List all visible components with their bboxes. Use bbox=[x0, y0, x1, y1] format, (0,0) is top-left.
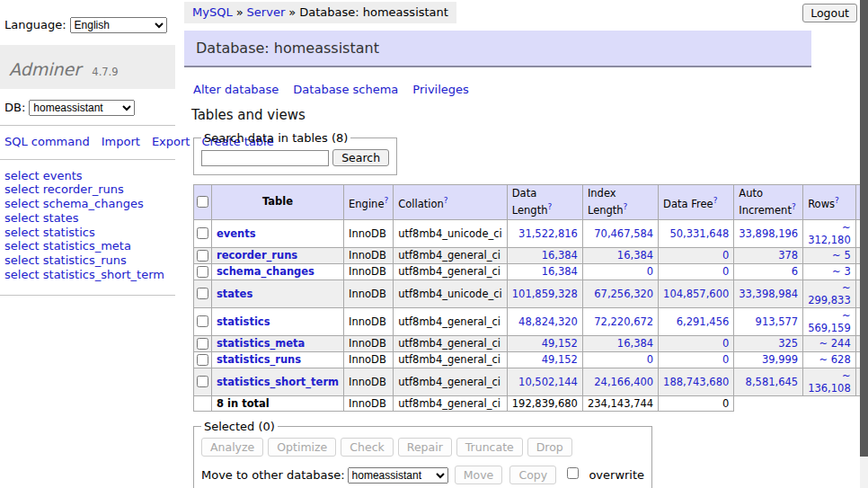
sidebar-table-link[interactable]: select statistics_short_term bbox=[4, 268, 175, 282]
move-button[interactable]: Move bbox=[455, 466, 503, 484]
logout-button[interactable]: Logout bbox=[802, 4, 857, 22]
language-select[interactable]: English bbox=[70, 17, 167, 33]
auto-increment-cell-link[interactable]: 913,577 bbox=[756, 315, 799, 328]
data-free-cell-link[interactable]: 0 bbox=[722, 265, 729, 278]
index-length-cell-link[interactable]: 72,220,672 bbox=[594, 315, 653, 328]
column-help-link[interactable]: ? bbox=[792, 202, 796, 211]
row-checkbox[interactable] bbox=[197, 250, 208, 262]
rows-cell-link[interactable]: ~ 244 bbox=[819, 337, 850, 350]
select-all-checkbox[interactable] bbox=[197, 196, 208, 208]
total-check-cell bbox=[194, 395, 212, 411]
index-length-cell-link[interactable]: 24,166,400 bbox=[594, 376, 653, 388]
data-length-cell-link[interactable]: 16,384 bbox=[542, 265, 578, 278]
data-length-cell-link[interactable]: 16,384 bbox=[542, 249, 578, 262]
rows-cell-link[interactable]: ~ 628 bbox=[819, 353, 850, 366]
auto-increment-cell-link[interactable]: 33,398,984 bbox=[739, 288, 798, 300]
sidebar-table-link[interactable]: select schema_changes bbox=[4, 197, 175, 211]
sidebar-table-link[interactable]: select states bbox=[4, 211, 175, 226]
column-help-link[interactable]: ? bbox=[384, 196, 388, 205]
column-help-link[interactable]: ? bbox=[444, 196, 448, 205]
index-length-cell-link[interactable]: 70,467,584 bbox=[594, 227, 653, 240]
breadcrumb-link[interactable]: Server bbox=[247, 5, 286, 19]
row-checkbox[interactable] bbox=[197, 338, 208, 350]
data-length-cell-link[interactable]: 31,522,816 bbox=[518, 227, 578, 240]
check-button[interactable]: Check bbox=[341, 438, 393, 457]
table-name-link[interactable]: statistics_runs bbox=[217, 353, 301, 366]
db-nav-link[interactable]: Alter database bbox=[193, 83, 279, 96]
repair-button[interactable]: Repair bbox=[398, 438, 452, 457]
copy-button[interactable]: Copy bbox=[509, 466, 556, 484]
db-nav-link[interactable]: Privileges bbox=[412, 83, 469, 96]
scrollbar-thumb[interactable] bbox=[860, 0, 868, 457]
scrollbar-track[interactable] bbox=[860, 0, 868, 488]
analyze-button[interactable]: Analyze bbox=[201, 438, 263, 457]
column-help-link[interactable]: ? bbox=[547, 202, 552, 211]
sidebar-table-link[interactable]: select statistics_meta bbox=[4, 239, 175, 253]
row-checkbox[interactable] bbox=[197, 315, 208, 327]
rows-cell-link[interactable]: ~ 5 bbox=[832, 249, 851, 262]
sidebar-table-link[interactable]: select statistics bbox=[4, 226, 175, 240]
table-name-link[interactable]: states bbox=[217, 288, 252, 300]
sidebar-table-link[interactable]: select statistics_runs bbox=[4, 253, 175, 268]
column-help-link[interactable]: ? bbox=[835, 196, 839, 205]
row-checkbox[interactable] bbox=[197, 376, 208, 387]
data-free-cell-link[interactable]: 0 bbox=[722, 353, 729, 366]
row-checkbox[interactable] bbox=[197, 266, 208, 278]
index-length-cell-link[interactable]: 67,256,320 bbox=[594, 288, 653, 300]
sidebar-action-link[interactable]: SQL command bbox=[4, 135, 90, 148]
drop-button[interactable]: Drop bbox=[527, 438, 572, 457]
index-length-cell-link[interactable]: 16,384 bbox=[617, 249, 653, 262]
column-help-link[interactable]: ? bbox=[713, 196, 718, 205]
table-name-link[interactable]: statistics_short_term bbox=[217, 376, 339, 388]
rows-cell-link[interactable]: ~ 136,108 bbox=[808, 369, 851, 395]
rows-cell-link[interactable]: ~ 3 bbox=[832, 265, 851, 278]
data-length-cell-link[interactable]: 49,152 bbox=[542, 337, 578, 350]
table-name-link[interactable]: statistics bbox=[217, 315, 270, 328]
table-name-link[interactable]: statistics_meta bbox=[217, 337, 305, 350]
data-length-cell-link[interactable]: 48,824,320 bbox=[518, 315, 578, 328]
data-free-cell-link[interactable]: 0 bbox=[722, 337, 729, 350]
data-length-cell-link[interactable]: 49,152 bbox=[542, 353, 578, 366]
truncate-button[interactable]: Truncate bbox=[456, 438, 523, 457]
overwrite-checkbox[interactable] bbox=[567, 467, 579, 479]
selected-fieldset: Selected (0) AnalyzeOptimizeCheckRepairT… bbox=[193, 420, 652, 488]
table-name-link[interactable]: events bbox=[217, 227, 256, 240]
auto-increment-cell-link[interactable]: 325 bbox=[778, 337, 798, 350]
sidebar-action-link[interactable]: Import bbox=[102, 135, 140, 148]
optimize-button[interactable]: Optimize bbox=[268, 438, 336, 457]
data-free-cell-link[interactable]: 50,331,648 bbox=[669, 227, 729, 240]
auto-increment-cell-link[interactable]: 8,581,645 bbox=[746, 376, 799, 388]
auto-increment-cell-link[interactable]: 33,898,196 bbox=[739, 227, 798, 240]
search-button[interactable]: Search bbox=[332, 149, 389, 166]
rows-cell-link[interactable]: ~ 299,833 bbox=[808, 281, 851, 306]
auto-increment-cell-link[interactable]: 6 bbox=[792, 265, 798, 278]
table-name-link[interactable]: schema_changes bbox=[217, 265, 314, 278]
row-checkbox[interactable] bbox=[197, 288, 208, 299]
data-free-cell-link[interactable]: 104,857,600 bbox=[663, 288, 729, 300]
table-name-link[interactable]: recorder_runs bbox=[217, 249, 297, 262]
rows-cell-link[interactable]: ~ 569,159 bbox=[808, 309, 851, 334]
data-length-cell-link[interactable]: 10,502,144 bbox=[518, 376, 578, 388]
move-db-select[interactable]: homeassistant bbox=[348, 467, 448, 484]
overwrite-label[interactable]: overwrite bbox=[589, 468, 644, 482]
column-help-link[interactable]: ? bbox=[624, 202, 628, 211]
db-select[interactable]: homeassistant bbox=[29, 100, 135, 116]
data-free-cell-link[interactable]: 6,291,456 bbox=[677, 315, 730, 328]
index-length-cell-link[interactable]: 0 bbox=[647, 265, 653, 278]
auto-increment-cell-link[interactable]: 378 bbox=[778, 249, 798, 262]
move-db-label: Move to other database: bbox=[201, 468, 345, 482]
db-nav-link[interactable]: Database schema bbox=[293, 83, 398, 96]
sidebar-table-link[interactable]: select recorder_runs bbox=[4, 182, 175, 197]
search-input[interactable] bbox=[201, 150, 329, 166]
sidebar-table-link[interactable]: select events bbox=[4, 169, 175, 183]
data-free-cell-link[interactable]: 0 bbox=[722, 249, 729, 262]
auto-increment-cell-link[interactable]: 39,999 bbox=[762, 353, 798, 366]
row-checkbox[interactable] bbox=[197, 354, 208, 366]
data-length-cell-link[interactable]: 101,859,328 bbox=[512, 288, 578, 300]
index-length-cell-link[interactable]: 0 bbox=[647, 353, 653, 366]
rows-cell-link[interactable]: ~ 312,180 bbox=[808, 221, 851, 246]
breadcrumb-link[interactable]: MySQL bbox=[192, 5, 233, 19]
data-free-cell-link[interactable]: 188,743,680 bbox=[663, 376, 729, 388]
index-length-cell-link[interactable]: 16,384 bbox=[617, 337, 653, 350]
row-checkbox[interactable] bbox=[197, 227, 208, 239]
